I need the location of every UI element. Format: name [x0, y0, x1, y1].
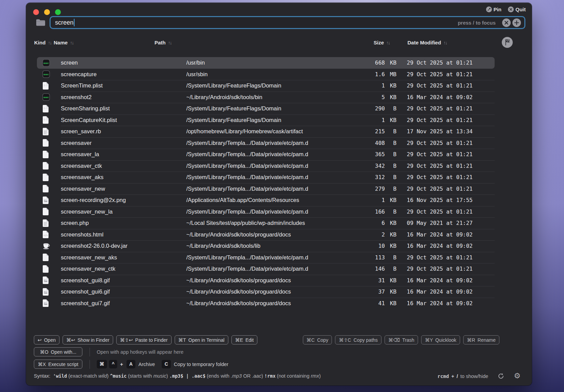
copy-paths-button[interactable]: ⌘⇧CCopy paths — [335, 335, 381, 344]
finish-flag-button[interactable] — [502, 37, 513, 48]
open-with-hint: Open with app hotkeys will appear here — [97, 349, 184, 355]
table-row[interactable]: exec screencapture /usr/sbin 1.6 MB 29 O… — [37, 69, 495, 80]
table-row[interactable]: (-) ScreenSharing.plist /System/Library/… — [37, 103, 495, 114]
table-row[interactable]: screensaver_ctk /System/Library/Templa..… — [37, 160, 495, 172]
open-with-button[interactable]: ⌘O Open with... — [34, 347, 82, 356]
file-date-modified: 16 Mar 2024 at 09:02 — [397, 288, 489, 295]
sort-by-date-modified[interactable]: Date Modified ↑↓ — [407, 40, 447, 45]
table-row[interactable]: screen-recording@2x.png /Applications/Al… — [37, 194, 495, 206]
file-size: 408 — [343, 140, 385, 146]
refresh-icon[interactable] — [497, 373, 505, 380]
table-row[interactable]: screen.php ~/Local Sites/test/app/public… — [37, 217, 495, 229]
file-size-unit: B — [385, 163, 397, 169]
button-keys: ⌘⌫ — [388, 337, 400, 343]
close-window-button[interactable] — [33, 9, 39, 15]
table-row[interactable]: screenshot2-26.0.0-dev.jar ~/Library/And… — [37, 240, 495, 252]
table-row[interactable]: screenshot_gui7.gif ~/Library/Android/sd… — [37, 298, 495, 309]
file-size-unit: B — [385, 140, 397, 146]
copy-button[interactable]: ⌘CCopy — [303, 335, 332, 344]
file-size: 146 — [343, 266, 385, 272]
trash-button[interactable]: ⌘⌫Trash — [385, 335, 418, 344]
table-row[interactable]: screenshot_gui6.gif ~/Library/Android/sd… — [37, 286, 495, 298]
button-keys: ↩ — [38, 337, 42, 343]
sort-by-size[interactable]: Size ↑↓ — [374, 40, 390, 45]
file-date-modified: 29 Oct 2025 at 01:21 — [397, 71, 489, 78]
show-in-finder-button[interactable]: ⌘↩Show in Finder — [63, 335, 113, 344]
button-label: Edit — [245, 337, 254, 343]
execute-script-button[interactable]: ⌘X Execute script — [34, 360, 82, 369]
file-size-unit: B — [385, 151, 397, 158]
file-size-unit: KB — [385, 300, 397, 307]
file-name: screenshot_gui6.gif — [61, 288, 186, 295]
open-button[interactable]: ↩Open — [34, 335, 59, 344]
file-path: /System/Library/Templa.../Data/private/e… — [186, 140, 343, 146]
titlebar: Pin Quit — [26, 3, 532, 16]
table-row[interactable]: screen_saver.rb /opt/homebrew/Library/Ho… — [37, 126, 495, 137]
file-path: /System/Library/Templa.../Data/private/e… — [186, 254, 343, 261]
file-path: ~/Library/Android/sdk/tools/proguard/doc… — [186, 300, 343, 307]
table-row[interactable]: screensaver_aks /System/Library/Templa..… — [37, 172, 495, 183]
table-row[interactable]: exec screen /usr/bin 668 KB 29 Oct 2025 … — [37, 57, 495, 69]
file-date-modified: 16 Mar 2024 at 09:02 — [397, 94, 489, 100]
file-path: /System/Library/Templa.../Data/private/e… — [186, 151, 343, 158]
button-keys: ⌘C — [307, 337, 315, 343]
search-input[interactable]: screen press / to focus — [50, 16, 525, 29]
file-size-unit: KB — [385, 243, 397, 249]
script-file-icon — [42, 127, 61, 136]
doc-file-icon — [42, 265, 61, 273]
sort-by-kind[interactable]: Kind ↑↓ — [34, 40, 51, 45]
file-path: ~/Library/Android/sdk/tools/proguard/doc… — [186, 277, 343, 284]
file-name: screenshot2-26.0.0-dev.jar — [61, 243, 186, 249]
sort-arrows-icon: ↑↓ — [48, 40, 51, 45]
quit-button[interactable]: Quit — [508, 6, 526, 12]
file-size: 1 — [343, 82, 385, 89]
clear-search-button[interactable] — [502, 18, 511, 27]
pin-button[interactable]: Pin — [486, 6, 501, 12]
edit-button[interactable]: ⌘EEdit — [231, 335, 257, 344]
paste-to-finder-button[interactable]: ⌘⇧↩Paste to Finder — [116, 335, 171, 344]
table-row[interactable]: (-) ScreenCaptureKit.plist /System/Libra… — [37, 114, 495, 126]
table-row[interactable]: screensaver_la /System/Library/Templa...… — [37, 149, 495, 160]
svg-text:(-): (-) — [44, 84, 48, 87]
table-row[interactable]: (-) ScreenTime.plist /System/Library/Fea… — [37, 80, 495, 92]
file-size-unit: KB — [385, 59, 397, 66]
sort-by-path[interactable]: Path ↑↓ — [155, 40, 172, 45]
table-row[interactable]: screensaver_new_aks /System/Library/Temp… — [37, 252, 495, 263]
image-file-icon — [42, 299, 61, 307]
file-size: 166 — [343, 208, 385, 215]
quicklook-button[interactable]: ⌘YQuicklook — [421, 335, 460, 344]
open-in-terminal-button[interactable]: ⌘TOpen in Terminal — [175, 335, 228, 344]
sort-by-name[interactable]: Name ↑↓ — [54, 40, 73, 45]
folder-icon[interactable] — [36, 18, 46, 27]
file-size: 279 — [343, 186, 385, 192]
file-size-unit: KB — [385, 197, 397, 203]
table-row[interactable]: exec screenshot2 ~/Library/Android/sdk/t… — [37, 92, 495, 103]
button-label: Trash — [402, 337, 414, 343]
file-date-modified: 29 Oct 2025 at 01:21 — [397, 174, 489, 180]
zoom-window-button[interactable] — [55, 9, 61, 15]
file-size: 31 — [343, 277, 385, 284]
file-path: /System/Library/FeatureFlags/Domain — [186, 117, 343, 123]
rename-button[interactable]: ⌘RRename — [463, 335, 499, 344]
divider — [90, 348, 90, 356]
svg-text:(-): (-) — [44, 118, 48, 121]
table-row[interactable]: </> screenshots.html ~/Library/Android/s… — [37, 229, 495, 241]
file-size: 113 — [343, 254, 385, 261]
add-filter-button[interactable] — [512, 18, 521, 27]
script-file-icon — [42, 219, 61, 227]
table-row[interactable]: screensaver_new /System/Library/Templa..… — [37, 183, 495, 195]
table-row[interactable]: screensaver /System/Library/Templa.../Da… — [37, 137, 495, 149]
table-row[interactable]: screensaver_new_la /System/Library/Templ… — [37, 206, 495, 218]
script-hotkey-list: AArchiveCCopy to temporary folder — [126, 360, 235, 368]
file-name: screenshot_gui7.gif — [61, 300, 186, 307]
button-keys: ⌘Y — [425, 337, 433, 343]
minimize-window-button[interactable] — [44, 9, 50, 15]
file-size: 6 — [343, 220, 385, 226]
settings-gear-icon[interactable]: ⚙ — [514, 372, 521, 380]
button-keys: ⌘O — [40, 349, 49, 355]
table-row[interactable]: screensaver_new_ctk /System/Library/Temp… — [37, 263, 495, 275]
file-path: /System/Library/FeatureFlags/Domain — [186, 105, 343, 112]
file-size: 41 — [343, 300, 385, 307]
table-row[interactable]: screenshot_gui8.gif ~/Library/Android/sd… — [37, 275, 495, 286]
file-date-modified: 09 May 2021 at 21:27 — [397, 220, 489, 226]
